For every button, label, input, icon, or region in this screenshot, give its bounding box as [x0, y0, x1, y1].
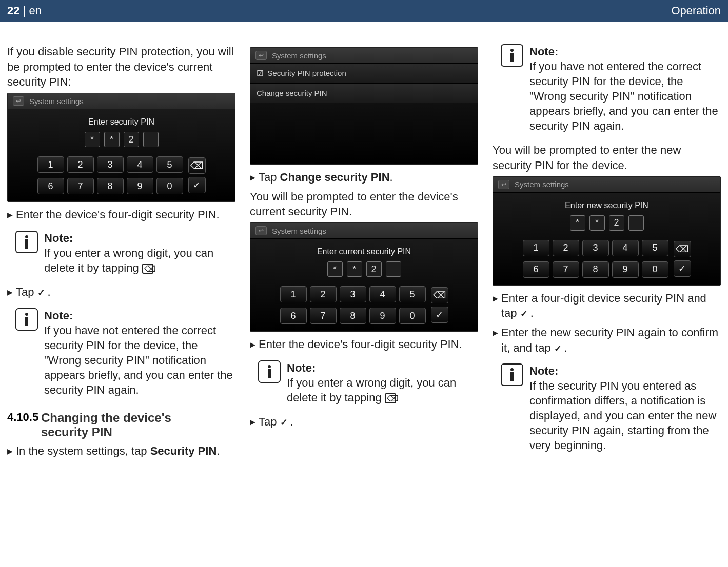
- key: 3: [340, 286, 366, 302]
- device-title: System settings: [272, 51, 326, 60]
- key: 8: [97, 178, 124, 194]
- key: 2: [67, 156, 94, 173]
- key: 5: [399, 286, 426, 302]
- step-confirm-new-pin: ▶ Enter the new security PIN again to co…: [493, 325, 721, 355]
- confirm-key: ✓: [674, 260, 691, 277]
- pin-box: *: [85, 132, 100, 147]
- note-wrong-pin-3: Note: If you have not entered the correc…: [501, 44, 721, 133]
- bullet-icon: ▶: [7, 210, 13, 220]
- bullet-icon: ▶: [493, 294, 498, 303]
- pin-box: *: [327, 261, 343, 277]
- column-2: ↩ System settings ☑ Security PIN protect…: [250, 44, 478, 462]
- key: 0: [399, 308, 426, 324]
- prompt-new-pin: You will be prompted to enter the new se…: [493, 143, 721, 173]
- key: 9: [127, 178, 153, 194]
- pin-box: 2: [609, 215, 624, 231]
- footer-rule: [7, 477, 721, 477]
- device-screenshot-new-pin: ↩ System settings Enter new security PIN…: [493, 176, 721, 286]
- key: 1: [523, 240, 549, 256]
- back-icon: ↩: [255, 226, 267, 235]
- header-bar: 22 | en Operation: [0, 0, 728, 22]
- key: 4: [612, 240, 639, 256]
- section-title: Changing the device's security PIN: [41, 411, 205, 439]
- pin-row: * * 2: [14, 132, 229, 147]
- key: 8: [340, 308, 366, 324]
- key: 7: [310, 308, 337, 324]
- confirm-key: ✓: [431, 307, 448, 323]
- key: 3: [582, 240, 609, 256]
- bullet-icon: ▶: [250, 340, 255, 350]
- info-icon: [15, 231, 38, 253]
- delete-key: ⌫: [188, 157, 206, 174]
- pin-row: * * 2: [499, 215, 714, 231]
- device-body: Enter current security PIN * * 2 1 2 3 4: [250, 239, 478, 331]
- info-icon: [501, 363, 523, 386]
- bullet-icon: ▶: [250, 173, 255, 183]
- device-screenshot-current-pin: ↩ System settings Enter current security…: [250, 222, 478, 332]
- pin-box: 2: [366, 261, 382, 277]
- pin-box: *: [589, 215, 605, 231]
- note-wrong-digit-2: Note: If you enter a wrong digit, you ca…: [258, 360, 478, 405]
- check-icon: [554, 345, 564, 353]
- step-enter-pin: ▶ Enter the device's four-digit security…: [7, 207, 235, 222]
- back-icon: ↩: [498, 180, 509, 189]
- key: 1: [280, 286, 307, 302]
- key: 0: [156, 178, 183, 194]
- check-icon: [37, 289, 48, 297]
- bullet-icon: ▶: [7, 447, 13, 456]
- key: 5: [642, 240, 668, 256]
- step-tap-security-pin: ▶ In the system settings, tap Security P…: [7, 443, 235, 459]
- device-header: ↩ System settings: [8, 93, 235, 109]
- device-body: Enter new security PIN * * 2 1 2 3 4 5: [493, 193, 720, 285]
- section-number: 4.10.5: [7, 411, 41, 424]
- note-title: Note:: [44, 308, 235, 323]
- pin-box: *: [347, 261, 362, 277]
- delete-key: ⌫: [674, 241, 691, 257]
- pin-box: *: [104, 132, 120, 147]
- device-header: ↩ System settings: [250, 48, 478, 64]
- key: 7: [553, 261, 579, 278]
- key: 4: [127, 156, 153, 173]
- bullet-icon: ▶: [250, 417, 255, 427]
- note-title: Note:: [529, 44, 721, 59]
- key: 7: [67, 178, 94, 194]
- note-title: Note:: [44, 231, 235, 246]
- step-tap-change-pin: ▶ Tap Change security PIN.: [250, 170, 478, 185]
- section-heading: 4.10.5 Changing the device's security PI…: [7, 411, 235, 439]
- note-wrong-pin: Note: If you have not entered the correc…: [15, 308, 235, 397]
- pin-row: * * 2: [257, 261, 471, 277]
- key: 9: [612, 261, 639, 278]
- device-prompt: Enter security PIN: [14, 117, 229, 127]
- note-confirm-differ: Note: If the security PIN you entered as…: [501, 363, 721, 453]
- device-title: System settings: [272, 227, 326, 235]
- info-icon: [501, 44, 523, 67]
- bullet-icon: ▶: [493, 328, 498, 338]
- device-prompt: Enter new security PIN: [499, 201, 714, 210]
- note-title: Note:: [287, 360, 478, 375]
- device-prompt: Enter current security PIN: [257, 247, 471, 256]
- menu-item-pin-protection: ☑ Security PIN protection: [250, 64, 478, 83]
- key: 3: [97, 156, 124, 173]
- note-wrong-digit: Note: If you enter a wrong digit, you ca…: [15, 231, 235, 275]
- keypad: 1 2 3 4 5 6 7 8 9 0: [499, 238, 714, 278]
- pin-box: *: [570, 215, 585, 231]
- device-title: System settings: [515, 180, 569, 189]
- key: 6: [523, 261, 549, 278]
- info-icon: [15, 308, 38, 331]
- key: 1: [37, 156, 64, 173]
- check-icon: [280, 418, 290, 427]
- keypad: 1 2 3 4 5 6 7 8 9 0: [14, 154, 229, 194]
- device-header: ↩ System settings: [250, 223, 478, 239]
- device-body: ☑ Security PIN protection Change securit…: [250, 64, 478, 164]
- step-enter-current-pin: ▶ Enter the device's four-digit security…: [250, 337, 478, 352]
- menu-item-change-pin: Change security PIN: [250, 83, 478, 103]
- step-enter-new-pin: ▶ Enter a four-digit device security PIN…: [493, 291, 721, 321]
- key: 6: [280, 308, 307, 324]
- device-title: System settings: [29, 97, 84, 106]
- header-left: 22 | en: [7, 4, 42, 17]
- page-number: 22: [7, 4, 19, 17]
- intro-text: If you disable security PIN protection, …: [7, 44, 235, 90]
- key: 9: [369, 308, 396, 324]
- key: 0: [642, 261, 668, 278]
- check-icon: [520, 310, 530, 318]
